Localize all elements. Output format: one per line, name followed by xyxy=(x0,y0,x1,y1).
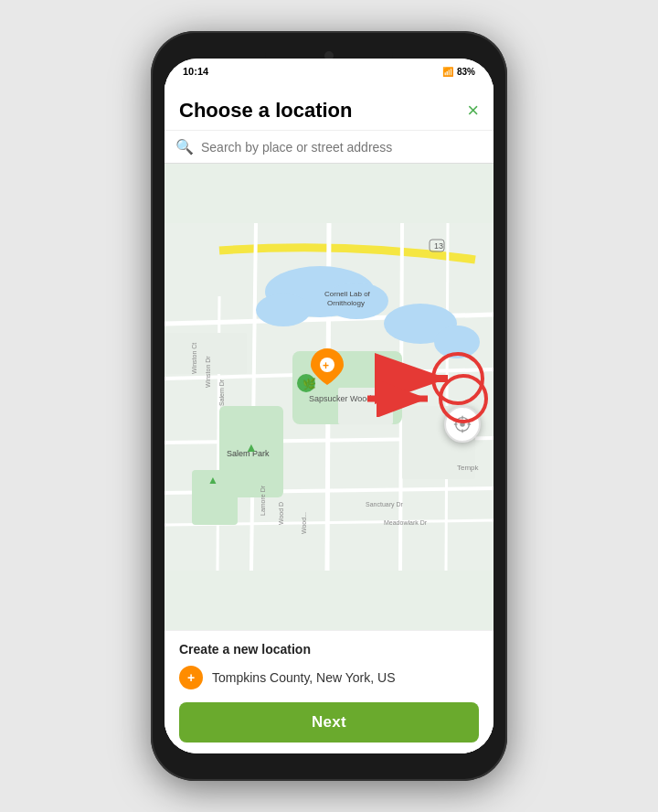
phone-screen: 10:14 📶 83% Choose a location × 🔍 xyxy=(164,59,494,753)
svg-rect-22 xyxy=(338,388,393,424)
svg-point-44 xyxy=(460,422,465,427)
phone-frame: 10:14 📶 83% Choose a location × 🔍 xyxy=(151,31,507,781)
search-icon: 🔍 xyxy=(175,138,194,155)
dialog-title: Choose a location xyxy=(179,99,352,123)
svg-point-17 xyxy=(434,326,480,358)
time-display: 10:14 xyxy=(183,66,208,77)
svg-text:Sapsucker Woods: Sapsucker Woods xyxy=(309,394,376,403)
svg-text:Meadowlark Dr: Meadowlark Dr xyxy=(384,519,428,526)
svg-text:Winston Dr: Winston Dr xyxy=(205,356,211,388)
svg-text:🌿: 🌿 xyxy=(302,377,316,390)
svg-text:Lamore Dr: Lamore Dr xyxy=(260,485,266,516)
status-icons: 📶 83% xyxy=(442,67,475,77)
map-area: 13 xyxy=(164,164,494,630)
next-button[interactable]: Next xyxy=(179,702,479,743)
dialog-header: Choose a location × xyxy=(164,84,494,131)
svg-text:Ornithology: Ornithology xyxy=(327,299,365,307)
svg-text:Winston Ct: Winston Ct xyxy=(191,343,197,374)
location-name-text: Tompkins County, New York, US xyxy=(212,670,396,685)
map-svg: 13 xyxy=(164,164,494,630)
status-bar: 10:14 📶 83% xyxy=(164,59,494,84)
svg-text:Salem Dr: Salem Dr xyxy=(218,379,225,406)
close-button[interactable]: × xyxy=(467,101,479,121)
svg-text:13: 13 xyxy=(434,241,443,251)
svg-text:Cornell Lab of: Cornell Lab of xyxy=(324,290,371,298)
location-pin-icon: + xyxy=(179,666,203,689)
svg-text:▲: ▲ xyxy=(207,474,218,486)
gps-button[interactable] xyxy=(444,406,481,443)
svg-text:Wood D: Wood D xyxy=(278,502,284,525)
svg-text:Wood...: Wood... xyxy=(301,512,307,534)
location-row: + Tompkins County, New York, US xyxy=(179,666,479,689)
search-bar: 🔍 xyxy=(164,131,494,164)
svg-text:Sanctuary Dr: Sanctuary Dr xyxy=(366,501,404,508)
svg-text:Tempk: Tempk xyxy=(457,464,480,472)
create-location-label: Create a new location xyxy=(179,642,479,657)
svg-line-11 xyxy=(446,223,448,571)
bottom-panel: Create a new location + Tompkins County,… xyxy=(164,630,494,753)
wifi-icon: 📶 xyxy=(442,67,453,77)
location-dialog: Choose a location × 🔍 13 xyxy=(164,84,494,753)
svg-text:▲: ▲ xyxy=(245,440,258,454)
search-input[interactable] xyxy=(201,140,483,155)
svg-point-14 xyxy=(256,294,311,326)
svg-text:+: + xyxy=(323,359,329,372)
battery-display: 83% xyxy=(457,67,475,77)
